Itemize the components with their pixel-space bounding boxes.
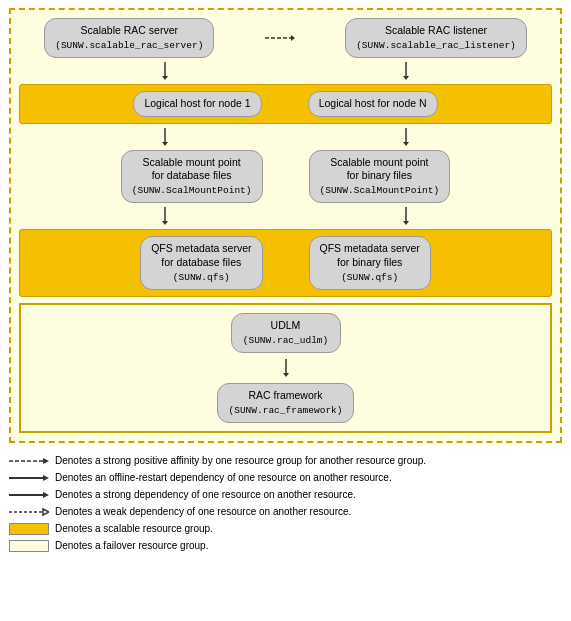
down-arrow-udlm [276, 359, 296, 377]
svg-marker-15 [283, 373, 289, 377]
legend-item-1: Denotes a strong positive affinity by on… [9, 453, 562, 469]
legend-item-3: Denotes a strong dependency of one resou… [9, 487, 562, 503]
legend-item-5: Denotes a scalable resource group. [9, 521, 562, 537]
svg-marker-21 [43, 492, 49, 498]
spacer-3 [271, 236, 301, 290]
mount-db-label: Scalable mount pointfor database files [143, 156, 241, 182]
legend-swatch-white [9, 540, 49, 552]
top-connector-arrow [265, 28, 295, 48]
down-arrow-mount-db [155, 207, 175, 225]
arrows-row-2 [19, 128, 552, 146]
arrows-row-1 [19, 62, 552, 80]
svg-marker-19 [43, 475, 49, 481]
failover-box: UDLM (SUNW.rac_udlm) RAC framework (SUNW… [19, 303, 552, 433]
logical-host-n-box: Logical host for node N [308, 91, 438, 117]
udlm-sub: (SUNW.rac_udlm) [243, 335, 329, 346]
rac-framework-box: RAC framework (SUNW.rac_framework) [217, 383, 353, 423]
legend-svg-4 [9, 506, 49, 518]
legend-line-3 [9, 489, 49, 501]
svg-marker-11 [162, 221, 168, 225]
udlm-label: UDLM [271, 319, 301, 331]
svg-marker-23 [43, 509, 49, 515]
qfs-db-sub: (SUNW.qfs) [173, 272, 230, 283]
mount-db-sub: (SUNW.ScalMountPoint) [132, 185, 252, 196]
logical-host-1-box: Logical host for node 1 [133, 91, 261, 117]
rac-listener-label: Scalable RAC listener [385, 24, 487, 36]
outer-scalable-box: Scalable RAC server (SUNW.scalable_rac_s… [9, 8, 562, 443]
mount-bin-sub: (SUNW.ScalMountPoint) [320, 185, 440, 196]
logical-host-1-label: Logical host for node 1 [144, 97, 250, 109]
qfs-band: QFS metadata serverfor database files (S… [19, 229, 552, 297]
svg-marker-1 [291, 35, 295, 41]
legend-text-6: Denotes a failover resource group. [55, 538, 208, 554]
svg-marker-17 [43, 458, 49, 464]
mount-bin-box: Scalable mount pointfor binary files (SU… [309, 150, 451, 204]
qfs-bin-sub: (SUNW.qfs) [341, 272, 398, 283]
legend-svg-2 [9, 472, 49, 484]
mount-points-band: Scalable mount pointfor database files (… [19, 146, 552, 208]
svg-marker-3 [162, 76, 168, 80]
down-arrow-lh1 [155, 128, 175, 146]
legend-text-3: Denotes a strong dependency of one resou… [55, 487, 356, 503]
legend-text-2: Denotes an offline-restart dependency of… [55, 470, 392, 486]
rac-framework-label: RAC framework [248, 389, 322, 401]
mount-bin-label: Scalable mount pointfor binary files [330, 156, 428, 182]
top-arrow-area [265, 28, 295, 48]
rac-listener-box: Scalable RAC listener (SUNW.scalable_rac… [345, 18, 527, 58]
legend-svg-3 [9, 489, 49, 501]
legend: Denotes a strong positive affinity by on… [9, 453, 562, 554]
svg-marker-13 [403, 221, 409, 225]
legend-line-4 [9, 506, 49, 518]
legend-text-4: Denotes a weak dependency of one resourc… [55, 504, 351, 520]
rac-listener-sub: (SUNW.scalable_rac_listener) [356, 40, 516, 51]
logical-host-n-label: Logical host for node N [319, 97, 427, 109]
legend-item-6: Denotes a failover resource group. [9, 538, 562, 554]
down-arrow-server [155, 62, 175, 80]
spacer-1 [270, 91, 300, 117]
rac-server-label: Scalable RAC server [81, 24, 178, 36]
down-arrow-listener [396, 62, 416, 80]
legend-text-1: Denotes a strong positive affinity by on… [55, 453, 426, 469]
legend-item-4: Denotes a weak dependency of one resourc… [9, 504, 562, 520]
legend-svg-1 [9, 455, 49, 467]
svg-marker-9 [403, 142, 409, 146]
down-arrow-mount-bin [396, 207, 416, 225]
legend-line-1 [9, 455, 49, 467]
mount-db-box: Scalable mount pointfor database files (… [121, 150, 263, 204]
legend-swatch-yellow [9, 523, 49, 535]
arrows-row-3 [19, 207, 552, 225]
rac-server-sub: (SUNW.scalable_rac_server) [55, 40, 203, 51]
qfs-db-label: QFS metadata serverfor database files [151, 242, 251, 268]
legend-line-2 [9, 472, 49, 484]
legend-text-5: Denotes a scalable resource group. [55, 521, 213, 537]
qfs-bin-box: QFS metadata serverfor binary files (SUN… [309, 236, 431, 290]
logical-hosts-band: Logical host for node 1 Logical host for… [19, 84, 552, 124]
rac-framework-sub: (SUNW.rac_framework) [228, 405, 342, 416]
qfs-bin-label: QFS metadata serverfor binary files [320, 242, 420, 268]
rac-server-box: Scalable RAC server (SUNW.scalable_rac_s… [44, 18, 214, 58]
svg-marker-5 [403, 76, 409, 80]
diagram-container: Scalable RAC server (SUNW.scalable_rac_s… [9, 8, 562, 554]
legend-item-2: Denotes an offline-restart dependency of… [9, 470, 562, 486]
diagram-inner: Scalable RAC server (SUNW.scalable_rac_s… [9, 8, 562, 443]
qfs-db-box: QFS metadata serverfor database files (S… [140, 236, 262, 290]
down-arrow-lhn [396, 128, 416, 146]
top-row: Scalable RAC server (SUNW.scalable_rac_s… [19, 18, 552, 58]
udlm-box: UDLM (SUNW.rac_udlm) [231, 313, 341, 353]
svg-marker-7 [162, 142, 168, 146]
